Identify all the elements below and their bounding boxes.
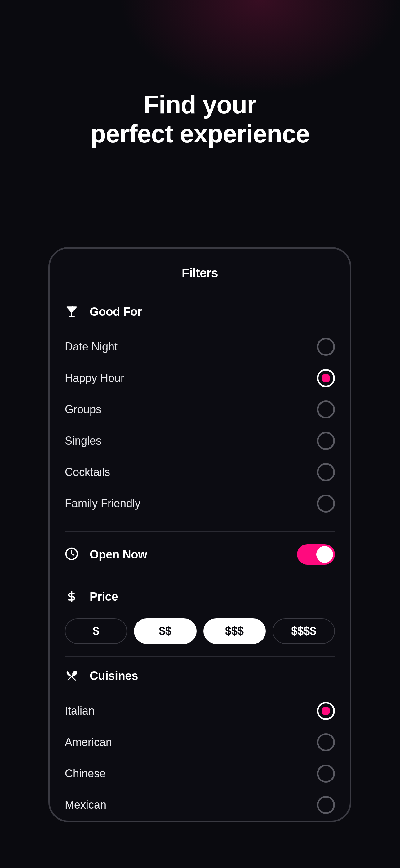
phone-frame: Filters Good For Date NightHappy HourGro… [48, 247, 351, 822]
radio-circle[interactable] [317, 463, 335, 481]
cuisine-option[interactable]: Mexican [65, 789, 335, 820]
option-label: Cocktails [65, 466, 110, 479]
radio-circle[interactable] [317, 338, 335, 356]
option-label: Singles [65, 434, 101, 447]
price-pill[interactable]: $ [65, 618, 127, 644]
divider [65, 656, 335, 657]
option-label: Mexican [65, 799, 106, 811]
open-now-label: Open Now [90, 548, 147, 561]
good-for-option[interactable]: Groups [65, 394, 335, 425]
good-for-header: Good For [65, 305, 335, 318]
cuisines-title: Cuisines [90, 669, 138, 683]
price-pill[interactable]: $$$$ [272, 618, 335, 644]
open-now-toggle[interactable] [297, 544, 335, 565]
radio-circle[interactable] [317, 765, 335, 783]
good-for-list: Date NightHappy HourGroupsSinglesCocktai… [65, 331, 335, 519]
radio-circle[interactable] [317, 432, 335, 450]
price-pill[interactable]: $$$ [203, 618, 266, 644]
toggle-knob [316, 546, 333, 563]
dollar-icon [65, 590, 78, 603]
option-label: Italian [65, 704, 95, 717]
price-pill[interactable]: $$ [134, 618, 196, 644]
option-label: American [65, 736, 112, 749]
option-label: Family Friendly [65, 497, 140, 510]
cuisine-option[interactable]: Chinese [65, 758, 335, 789]
cuisines-header: Cuisines [65, 669, 335, 683]
hero-line2: perfect experience [0, 119, 400, 148]
radio-circle[interactable] [317, 369, 335, 387]
price-title: Price [90, 590, 118, 603]
hero-title: Find your perfect experience [0, 90, 400, 149]
good-for-option[interactable]: Date Night [65, 331, 335, 362]
radio-circle[interactable] [317, 796, 335, 814]
price-pills: $$$$$$$$$$ [65, 618, 335, 644]
martini-icon [65, 305, 78, 318]
radio-circle[interactable] [317, 400, 335, 418]
radio-circle[interactable] [317, 733, 335, 751]
good-for-option[interactable]: Cocktails [65, 456, 335, 488]
radio-circle[interactable] [317, 495, 335, 513]
open-now-left: Open Now [65, 547, 147, 562]
option-label: Happy Hour [65, 372, 124, 385]
good-for-option[interactable]: Happy Hour [65, 362, 335, 394]
open-now-row: Open Now [65, 544, 335, 565]
option-label: Groups [65, 403, 101, 416]
cuisine-option[interactable]: American [65, 726, 335, 758]
divider [65, 531, 335, 532]
clock-icon [65, 547, 78, 562]
option-label: Date Night [65, 340, 118, 353]
divider [65, 577, 335, 578]
filters-title: Filters [65, 266, 335, 280]
good-for-option[interactable]: Singles [65, 425, 335, 456]
option-label: Chinese [65, 767, 106, 780]
cuisines-list: ItalianAmericanChineseMexican [65, 695, 335, 820]
good-for-option[interactable]: Family Friendly [65, 488, 335, 519]
utensils-icon [65, 669, 78, 683]
radio-circle[interactable] [317, 702, 335, 720]
cuisine-option[interactable]: Italian [65, 695, 335, 726]
hero-line1: Find your [0, 90, 400, 119]
good-for-title: Good For [90, 305, 142, 318]
price-header: Price [65, 590, 335, 603]
